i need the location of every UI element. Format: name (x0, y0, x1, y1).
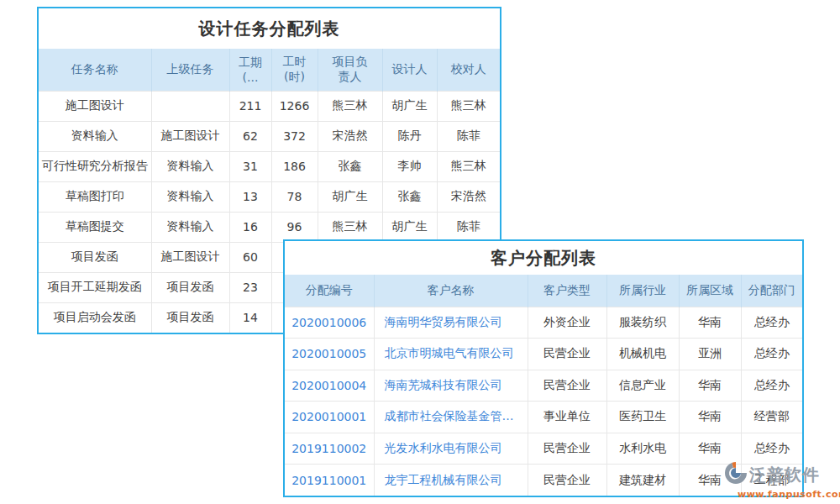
watermark-brand-text: 泛普软件 (749, 466, 820, 483)
link-cell[interactable]: 成都市社会保险基金管理... (374, 402, 528, 433)
column-header-1: 客户名称 (374, 275, 528, 307)
cell: 总经办 (741, 339, 802, 370)
cell: 项目发函 (151, 302, 229, 333)
cell: 熊三林 (318, 212, 382, 242)
cell: 熊三林 (437, 91, 500, 121)
watermark-url-text: www.fanpusoft.com (738, 490, 838, 499)
cell: 陈菲 (437, 212, 500, 242)
cell: 水利水电 (606, 433, 679, 465)
table-row: 2020010001成都市社会保险基金管理...事业单位医药卫生华南经营部 (285, 402, 802, 433)
link-cell[interactable]: 2020010004 (285, 370, 374, 402)
table-row: 施工图设计2111266熊三林胡广生熊三林 (39, 91, 500, 121)
customer-panel: 客户分配列表 分配编号客户名称客户类型所属行业所属区域分配部门 20200100… (283, 239, 804, 497)
cell: 资料输入 (151, 151, 229, 181)
table-row: 2019110002光发水利水电有限公司民营企业水利水电华南总经办 (285, 433, 802, 465)
cell: 华南 (679, 433, 741, 465)
link-cell[interactable]: 2019110001 (285, 465, 374, 496)
header-row: 任务名称上级任务工期 (...工时 (时)项目负 责人设计人校对人 (39, 49, 500, 91)
cell: 陈菲 (437, 121, 500, 151)
cell: 96 (271, 212, 318, 242)
cell: 宋浩然 (318, 121, 382, 151)
cell: 可行性研究分析报告 (39, 151, 151, 181)
cell: 总经办 (741, 307, 802, 339)
fanpu-logo-icon (724, 461, 748, 487)
column-header-1: 上级任务 (151, 49, 229, 91)
cell: 熊三林 (437, 151, 500, 181)
table-row: 2020010006海南明华贸易有限公司外资企业服装纺织华南总经办 (285, 307, 802, 339)
cell: 资料输入 (39, 121, 151, 151)
cell: 14 (229, 302, 271, 333)
cell: 胡广生 (382, 91, 437, 121)
column-header-0: 任务名称 (39, 49, 151, 91)
table-row: 草稿图打印资料输入1378胡广生张鑫宋浩然 (39, 181, 500, 212)
header-row: 分配编号客户名称客户类型所属行业所属区域分配部门 (285, 275, 802, 307)
table-row: 可行性研究分析报告资料输入31186张鑫李帅熊三林 (39, 151, 500, 181)
link-cell[interactable]: 光发水利水电有限公司 (374, 433, 528, 465)
cell: 13 (229, 181, 271, 212)
link-cell[interactable]: 2020010001 (285, 402, 374, 433)
cell (151, 91, 229, 121)
cell: 信息产业 (606, 370, 679, 402)
cell: 372 (271, 121, 318, 151)
cell: 31 (229, 151, 271, 181)
column-header-2: 工期 (... (229, 49, 271, 91)
cell: 外资企业 (528, 307, 606, 339)
cell: 胡广生 (382, 212, 437, 242)
cell: 医药卫生 (606, 402, 679, 433)
table-row: 2020010004海南芜城科技有限公司民营企业信息产业华南总经办 (285, 370, 802, 402)
link-cell[interactable]: 龙宇工程机械有限公司 (374, 465, 528, 496)
link-cell[interactable]: 2020010006 (285, 307, 374, 339)
cell: 总经办 (741, 433, 802, 465)
column-header-5: 设计人 (382, 49, 437, 91)
cell: 186 (271, 151, 318, 181)
link-cell[interactable]: 2020010005 (285, 339, 374, 370)
design-task-table-title: 设计任务分配列表 (39, 8, 500, 49)
cell: 草稿图提交 (39, 212, 151, 242)
vendor-watermark: 泛普软件 www.fanpusoft.com (724, 461, 838, 499)
cell: 建筑建材 (606, 465, 679, 496)
table-row: 资料输入施工图设计62372宋浩然陈丹陈菲 (39, 121, 500, 151)
link-cell[interactable]: 2019110002 (285, 433, 374, 465)
cell: 华南 (679, 307, 741, 339)
link-cell[interactable]: 北京市明城电气有限公司 (374, 339, 528, 370)
table-row: 2020010005北京市明城电气有限公司民营企业机械机电亚洲总经办 (285, 339, 802, 370)
cell: 草稿图打印 (39, 181, 151, 212)
cell: 施工图设计 (39, 91, 151, 121)
customer-table-title: 客户分配列表 (285, 241, 802, 275)
cell: 项目启动会发函 (39, 302, 151, 333)
link-cell[interactable]: 海南芜城科技有限公司 (374, 370, 528, 402)
cell: 熊三林 (318, 91, 382, 121)
cell: 78 (271, 181, 318, 212)
column-header-4: 项目负 责人 (318, 49, 382, 91)
cell: 民营企业 (528, 339, 606, 370)
cell: 民营企业 (528, 433, 606, 465)
cell: 经营部 (741, 402, 802, 433)
cell: 李帅 (382, 151, 437, 181)
cell: 项目发函 (39, 242, 151, 272)
cell: 华南 (679, 402, 741, 433)
link-cell[interactable]: 海南明华贸易有限公司 (374, 307, 528, 339)
column-header-5: 分配部门 (741, 275, 802, 307)
cell: 项目开工延期发函 (39, 272, 151, 302)
cell: 项目发函 (151, 272, 229, 302)
table-row: 草稿图提交资料输入1696熊三林胡广生陈菲 (39, 212, 500, 242)
cell: 亚洲 (679, 339, 741, 370)
cell: 宋浩然 (437, 181, 500, 212)
cell: 16 (229, 212, 271, 242)
column-header-0: 分配编号 (285, 275, 374, 307)
cell: 民营企业 (528, 370, 606, 402)
column-header-6: 校对人 (437, 49, 500, 91)
cell: 资料输入 (151, 181, 229, 212)
column-header-3: 所属行业 (606, 275, 679, 307)
column-header-4: 所属区域 (679, 275, 741, 307)
cell: 机械机电 (606, 339, 679, 370)
cell: 陈丹 (382, 121, 437, 151)
cell: 60 (229, 242, 271, 272)
cell: 62 (229, 121, 271, 151)
cell: 张鑫 (382, 181, 437, 212)
cell: 华南 (679, 370, 741, 402)
cell: 张鑫 (318, 151, 382, 181)
cell: 事业单位 (528, 402, 606, 433)
cell: 1266 (271, 91, 318, 121)
column-header-3: 工时 (时) (271, 49, 318, 91)
